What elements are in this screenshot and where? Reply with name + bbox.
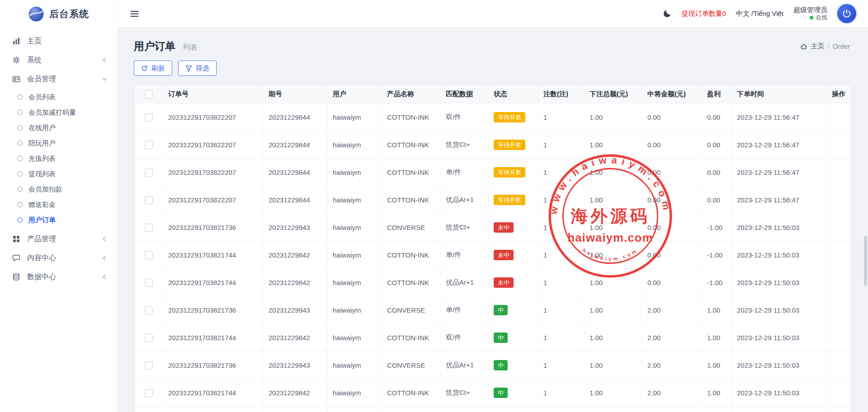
cell-status: 未中 [488, 407, 538, 412]
dark-mode-toggle[interactable] [662, 9, 672, 19]
cell-actions [826, 103, 851, 131]
cell-profit: 1.00 [702, 296, 731, 324]
cell-order-time: 2023-12-29 11:50:03 [731, 324, 826, 351]
cell-profit: -1.00 [702, 241, 731, 269]
table-row: 202312291703821736 20231229943 haiwaiym … [135, 351, 851, 379]
sidebar-subitem-1[interactable]: 会员加减打码量 [0, 105, 117, 120]
menu-toggle-icon [130, 10, 139, 17]
cell-period-no: 20231229943 [263, 214, 327, 241]
circle-icon [17, 171, 23, 177]
cell-order-time: 2023-12-29 11:50:03 [731, 214, 826, 241]
cell-order-no: 202312291703822207 [163, 159, 263, 186]
circle-icon [17, 140, 23, 146]
cell-bet-total: 1.00 [584, 103, 642, 131]
cell-bet-total: 1.00 [584, 159, 642, 186]
status-badge: 中 [494, 388, 508, 398]
gear-icon [12, 56, 21, 64]
sidebar-subitem-8[interactable]: 用户订单 [0, 212, 117, 228]
cell-actions [826, 407, 851, 412]
user-avatar[interactable] [837, 4, 856, 23]
user-info[interactable]: 超级管理员 在线 [793, 6, 827, 22]
cell-user: haiwaiym [327, 186, 382, 214]
row-checkbox[interactable] [145, 113, 153, 122]
breadcrumb-home[interactable]: 主页 [811, 42, 824, 51]
sidebar-subitem-label: 陪玩用户 [28, 139, 56, 148]
cell-match-data: 双/件 [440, 407, 488, 412]
sidebar-item-content-center[interactable]: 内容中心 [0, 248, 117, 267]
cell-prize-amount: 0.00 [642, 159, 702, 186]
cell-status: 等待开奖 [488, 131, 538, 159]
sidebar-subitem-2[interactable]: 在线用户 [0, 120, 117, 136]
cell-profit: 1.00 [702, 379, 731, 407]
sidebar-subitem-label: 会员加扣款 [28, 185, 62, 194]
status-badge: 中 [494, 360, 508, 370]
sidebar-subitem-0[interactable]: 会员列表 [0, 89, 117, 105]
status-badge: 等待开奖 [494, 112, 525, 122]
cell-order-no: 202312291703822207 [163, 103, 263, 131]
cell-status: 中 [488, 296, 538, 324]
circle-icon [17, 156, 23, 161]
table-header-row: 订单号期号用户产品名称匹配数据状态注数(注)下注总额(元)中将金额(元)盈利下单… [135, 85, 851, 103]
status-badge: 中 [494, 305, 508, 315]
language-switch[interactable]: 中文 /Tiếng Việt [736, 9, 783, 18]
database-icon [12, 273, 21, 281]
sidebar-item-system[interactable]: 系统 [0, 51, 117, 70]
sidebar-subitem-label: 在线用户 [28, 124, 56, 132]
cell-order-no: 202312291703821744 [163, 324, 263, 351]
cell-match-data: 双/件 [440, 103, 488, 131]
cell-bet-count: 1 [538, 269, 584, 296]
cell-actions [826, 351, 851, 379]
cell-bet-total: 1.00 [584, 324, 642, 351]
sidebar-subitem-4[interactable]: 充值列表 [0, 151, 117, 166]
sidebar-subitem-7[interactable]: 赠送彩金 [0, 197, 117, 212]
brand[interactable]: 后台系统 [0, 0, 117, 28]
cell-user: haiwaiym [327, 351, 382, 379]
row-checkbox[interactable] [145, 196, 153, 204]
sidebar-item-home[interactable]: 主页 [0, 32, 117, 51]
row-checkbox[interactable] [145, 306, 153, 314]
content: 用户订单 列表 主页 / Order 刷新 筛选 [118, 28, 868, 412]
sidebar-subitem-3[interactable]: 陪玩用户 [0, 136, 117, 151]
menu-toggle-button[interactable] [128, 9, 141, 19]
sidebar-subitem-6[interactable]: 会员加扣款 [0, 182, 117, 197]
cell-product-name: COTTON-INK [382, 159, 440, 186]
sidebar-menu: 主页 系统 会员管理 会员列 [0, 28, 117, 286]
status-badge: 未中 [494, 250, 514, 260]
row-checkbox[interactable] [145, 389, 153, 397]
cell-profit: 0.00 [702, 186, 731, 214]
refresh-button[interactable]: 刷新 [134, 61, 172, 76]
row-checkbox[interactable] [145, 251, 153, 259]
sidebar-item-data-center[interactable]: 数据中心 [0, 267, 117, 286]
cell-bet-count: 1 [538, 214, 584, 241]
row-checkbox[interactable] [145, 279, 153, 287]
row-checkbox[interactable] [145, 224, 153, 232]
scrollbar-thumb[interactable] [864, 236, 867, 286]
cell-user: haiwaiym [327, 296, 382, 324]
select-all-checkbox[interactable] [145, 90, 153, 98]
cell-product-name: COTTON-INK [382, 324, 440, 351]
cell-match-data: 优品Ar+1 [440, 351, 488, 379]
row-checkbox[interactable] [145, 169, 153, 177]
cell-user: haiwaiym [327, 159, 382, 186]
cell-status: 等待开奖 [488, 103, 538, 131]
row-checkbox[interactable] [145, 334, 153, 342]
table-row: 202312291703821736 20231229943 haiwaiym … [135, 407, 851, 412]
page-subtitle: 列表 [183, 43, 197, 51]
cell-actions [826, 186, 851, 214]
cell-user: haiwaiym [327, 214, 382, 241]
column-header: 状态 [488, 85, 538, 103]
cell-order-time: 2023-12-29 11:56:47 [731, 103, 826, 131]
sidebar-item-products[interactable]: 产品管理 [0, 229, 117, 248]
withdraw-orders-notice[interactable]: 提现订单数量0 [682, 9, 726, 18]
cell-bet-count: 1 [538, 296, 584, 324]
sidebar-subitem-5[interactable]: 提现列表 [0, 166, 117, 182]
row-checkbox[interactable] [145, 141, 153, 149]
chevron-left-icon [102, 236, 107, 242]
cell-prize-amount: 0.00 [642, 103, 702, 131]
row-checkbox[interactable] [145, 361, 153, 370]
cell-match-data: 统货Ct+ [440, 214, 488, 241]
sidebar-item-members[interactable]: 会员管理 [0, 70, 117, 89]
cell-bet-total: 1.00 [584, 351, 642, 379]
cell-match-data: 统货Ct+ [440, 131, 488, 159]
filter-button[interactable]: 筛选 [178, 61, 217, 76]
